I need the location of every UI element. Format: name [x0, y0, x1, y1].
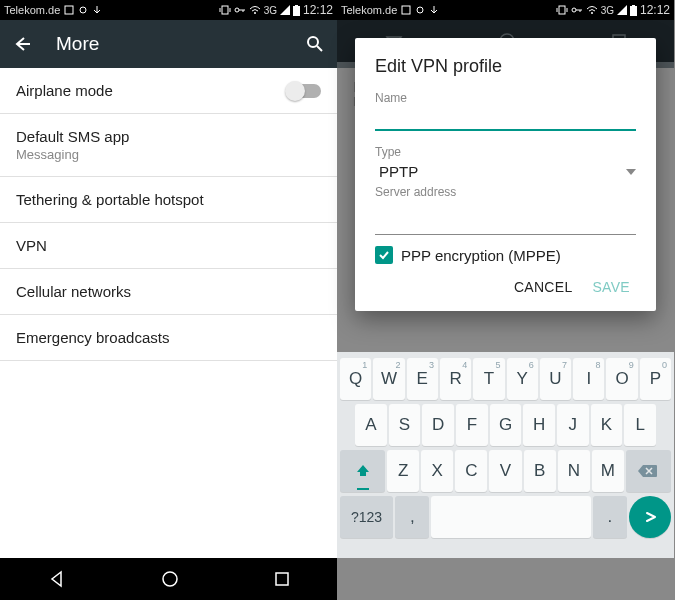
toggle-switch[interactable] — [287, 84, 321, 98]
nav-recent-icon[interactable] — [273, 570, 291, 588]
name-input[interactable] — [375, 105, 636, 131]
page-title: More — [56, 33, 99, 55]
cancel-button[interactable]: CANCEL — [514, 279, 573, 295]
period-key[interactable]: . — [593, 496, 627, 538]
svg-line-11 — [317, 46, 322, 51]
wifi-icon — [249, 5, 261, 15]
save-button[interactable]: SAVE — [592, 279, 630, 295]
notification-icon — [64, 5, 74, 15]
key-j[interactable]: J — [557, 404, 589, 446]
encryption-checkbox-row[interactable]: PPP encryption (MPPE) — [375, 245, 636, 265]
key-i[interactable]: I8 — [573, 358, 604, 400]
vpn-dialog-screen: Telekom.de 3G 12:12 P L Edit VPN profile… — [337, 0, 674, 600]
svg-rect-15 — [559, 6, 565, 14]
settings-list: Airplane modeDefault SMS appMessagingTet… — [0, 68, 337, 558]
carrier-label: Telekom.de — [4, 4, 60, 16]
vibrate-icon — [219, 5, 231, 15]
svg-point-10 — [308, 37, 318, 47]
backspace-key[interactable] — [626, 450, 671, 492]
settings-screen: Telekom.de 3G 12:12 More Airplane modeDe… — [0, 0, 337, 600]
key-w[interactable]: W2 — [373, 358, 404, 400]
key-y[interactable]: Y6 — [507, 358, 538, 400]
key-c[interactable]: C — [455, 450, 487, 492]
carrier-label: Telekom.de — [341, 4, 397, 16]
svg-rect-13 — [276, 573, 288, 585]
clock: 12:12 — [303, 3, 333, 17]
shift-key[interactable] — [340, 450, 385, 492]
status-bar: Telekom.de 3G 12:12 — [337, 0, 674, 20]
battery-icon — [630, 5, 637, 16]
svg-point-4 — [235, 8, 239, 12]
settings-item[interactable]: Emergency broadcasts — [0, 315, 337, 361]
key-g[interactable]: G — [490, 404, 522, 446]
type-select[interactable]: PPTP — [375, 161, 636, 185]
svg-rect-22 — [630, 6, 637, 16]
svg-rect-0 — [65, 6, 73, 14]
svg-rect-23 — [632, 5, 635, 6]
key-f[interactable]: F — [456, 404, 488, 446]
checkbox-icon — [375, 246, 393, 264]
svg-rect-14 — [402, 6, 410, 14]
back-icon[interactable] — [12, 34, 32, 54]
key-m[interactable]: M — [592, 450, 624, 492]
notification-icon — [401, 5, 411, 15]
key-a[interactable]: A — [355, 404, 387, 446]
soft-keyboard: Q1W2E3R4T5Y6U7I8O9P0 ASDFGHJKL ZXCVBNM ?… — [337, 352, 674, 558]
download-icon — [92, 5, 102, 15]
settings-item[interactable]: Cellular networks — [0, 269, 337, 315]
space-key[interactable] — [431, 496, 590, 538]
settings-item-title: Airplane mode — [16, 82, 287, 99]
settings-item-title: Emergency broadcasts — [16, 329, 321, 346]
network-type: 3G — [264, 5, 277, 16]
enter-key[interactable] — [629, 496, 671, 538]
key-q[interactable]: Q1 — [340, 358, 371, 400]
svg-point-18 — [572, 8, 576, 12]
vibrate-icon — [556, 5, 568, 15]
comma-key[interactable]: , — [395, 496, 429, 538]
name-label: Name — [375, 91, 636, 105]
key-p[interactable]: P0 — [640, 358, 671, 400]
key-d[interactable]: D — [422, 404, 454, 446]
nav-back-icon[interactable] — [47, 569, 67, 589]
key-s[interactable]: S — [389, 404, 421, 446]
key-x[interactable]: X — [421, 450, 453, 492]
search-icon[interactable] — [305, 34, 325, 54]
key-v[interactable]: V — [489, 450, 521, 492]
key-icon — [571, 5, 583, 15]
key-u[interactable]: U7 — [540, 358, 571, 400]
nav-bar — [0, 558, 337, 600]
svg-rect-9 — [295, 5, 298, 6]
key-h[interactable]: H — [523, 404, 555, 446]
key-e[interactable]: E3 — [407, 358, 438, 400]
settings-item[interactable]: Airplane mode — [0, 68, 337, 114]
symbols-key[interactable]: ?123 — [340, 496, 393, 538]
key-k[interactable]: K — [591, 404, 623, 446]
key-t[interactable]: T5 — [473, 358, 504, 400]
key-icon — [234, 5, 246, 15]
settings-item-title: Default SMS app — [16, 128, 321, 145]
download-icon — [429, 5, 439, 15]
svg-point-7 — [254, 12, 256, 14]
sync-icon — [78, 5, 88, 15]
dialog-title: Edit VPN profile — [375, 56, 636, 77]
key-r[interactable]: R4 — [440, 358, 471, 400]
settings-item-title: Tethering & portable hotspot — [16, 191, 321, 208]
svg-point-21 — [591, 12, 593, 14]
clock: 12:12 — [640, 3, 670, 17]
settings-item[interactable]: VPN — [0, 223, 337, 269]
key-n[interactable]: N — [558, 450, 590, 492]
nav-home-icon[interactable] — [160, 569, 180, 589]
encryption-label: PPP encryption (MPPE) — [401, 247, 561, 264]
key-o[interactable]: O9 — [606, 358, 637, 400]
server-input[interactable] — [375, 205, 636, 235]
signal-icon — [617, 5, 627, 15]
key-z[interactable]: Z — [387, 450, 419, 492]
edit-vpn-dialog: Edit VPN profile Name Type PPTP Server a… — [355, 38, 656, 311]
app-bar: More — [0, 20, 337, 68]
key-l[interactable]: L — [624, 404, 656, 446]
settings-item[interactable]: Tethering & portable hotspot — [0, 177, 337, 223]
type-value: PPTP — [379, 163, 418, 180]
key-b[interactable]: B — [524, 450, 556, 492]
settings-item[interactable]: Default SMS appMessaging — [0, 114, 337, 177]
dropdown-icon — [626, 169, 636, 175]
